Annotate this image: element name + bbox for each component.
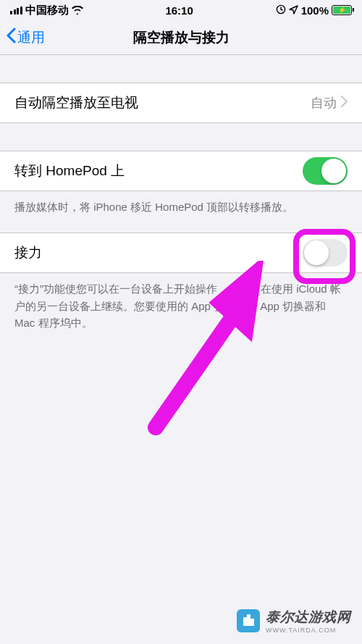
status-left: 中国移动 [10,4,83,17]
row-right: 自动 [311,94,348,112]
chevron-right-icon [341,96,348,110]
spacer [0,55,362,83]
row-transfer-homepod: 转到 HomePod 上 [0,151,362,191]
back-label: 通用 [17,28,45,47]
footer-handoff: “接力”功能使您可以在一台设备上开始操作，并立即在使用 iCloud 帐户的另一… [0,273,362,331]
watermark-text: 泰尔达游戏网 [266,608,350,627]
spacer [0,123,362,151]
watermark-url: WWW.TAIRDA.COM [266,627,350,634]
page-title: 隔空播放与接力 [133,28,230,47]
status-bar: 中国移动 16:10 100% ⚡ [0,0,362,20]
switch-handoff[interactable] [303,239,348,267]
row-label: 自动隔空播放至电视 [14,93,138,112]
status-time: 16:10 [165,4,193,17]
wifi-icon [72,4,83,17]
rotation-lock-icon [276,4,286,17]
status-right: 100% ⚡ [276,4,352,17]
row-value: 自动 [311,94,337,112]
row-auto-airplay[interactable]: 自动隔空播放至电视 自动 [0,83,362,123]
switch-homepod[interactable] [303,157,348,185]
chevron-left-icon [6,28,16,47]
navigation-bar: 通用 隔空播放与接力 [0,20,362,55]
watermark-logo-icon [237,609,260,632]
row-label: 接力 [14,243,42,262]
row-label: 转到 HomePod 上 [14,162,125,180]
spacer [0,215,362,233]
footer-homepod: 播放媒体时，将 iPhone 移近 HomePod 顶部以转移播放。 [0,191,362,215]
battery-icon: ⚡ [332,5,352,15]
carrier-label: 中国移动 [25,4,69,17]
back-button[interactable]: 通用 [0,28,45,47]
cellular-signal-icon [10,7,22,14]
switch-knob [304,241,329,265]
row-handoff: 接力 [0,233,362,273]
watermark: 泰尔达游戏网 WWW.TAIRDA.COM [237,608,350,634]
battery-percent: 100% [301,4,329,17]
switch-knob [321,159,346,183]
location-icon [289,4,298,17]
